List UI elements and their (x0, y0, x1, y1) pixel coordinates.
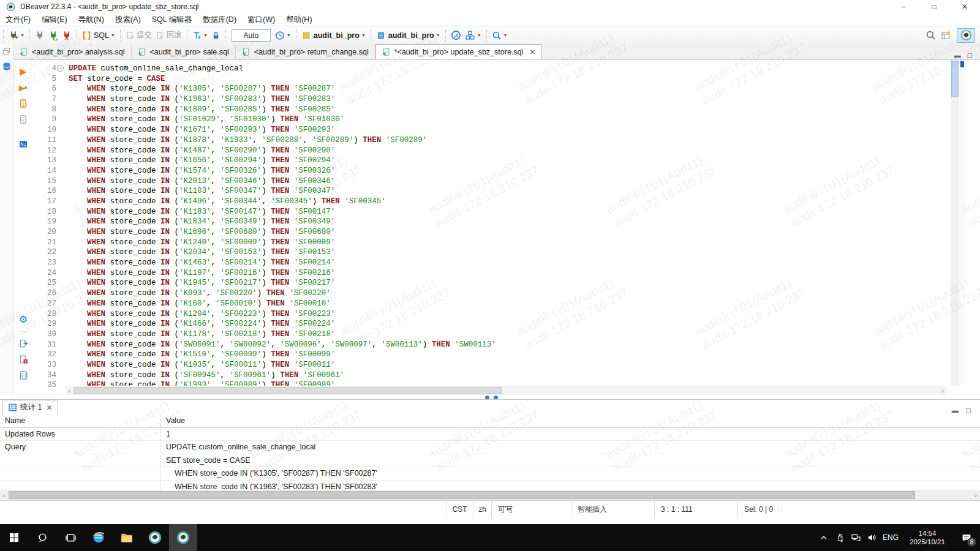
transaction-log-button[interactable]: ▼ (273, 28, 293, 43)
code-line[interactable]: WHEN store_code IN ('K1963', 'SF00283') … (69, 94, 951, 105)
dbeaver-active-icon[interactable] (169, 524, 197, 551)
menu-item-0[interactable]: 文件(F) (0, 13, 36, 26)
close-icon[interactable]: ✕ (529, 48, 535, 56)
menu-item-3[interactable]: 搜索(A) (110, 13, 146, 26)
code-line[interactable]: WHEN store_code IN ('K993', 'SF00220') T… (69, 288, 951, 299)
code-line[interactable]: WHEN store_code IN ('SF01029', 'SF01030'… (69, 114, 951, 125)
status-writable[interactable]: 可写 (491, 501, 571, 518)
code-line[interactable]: WHEN store_code IN ('SF00945', 'SF00961'… (69, 370, 951, 381)
sql-editor[interactable]: UPDATE custom_online_sale_change_localSE… (65, 60, 951, 387)
menu-item-7[interactable]: 帮助(H) (281, 13, 317, 26)
execute-new-tab-icon[interactable]: ▶+ (17, 81, 29, 94)
perspective-icon[interactable] (941, 30, 952, 40)
fold-collapse-icon[interactable]: − (57, 65, 64, 72)
task-view-icon[interactable] (56, 524, 85, 551)
code-line[interactable]: WHEN store_code IN ('K1197', 'SF00216') … (69, 268, 951, 279)
code-line[interactable]: WHEN store_code IN ('K1510', 'SF00099') … (69, 350, 951, 360)
rollback-button[interactable]: 回滚 (154, 28, 184, 43)
code-line[interactable]: WHEN store_code IN ('K1240', 'SF00009') … (69, 238, 951, 248)
code-line[interactable]: WHEN store_code IN ('K1656', 'SF00294') … (69, 156, 951, 166)
chevron-down-icon[interactable]: ▼ (361, 33, 366, 37)
code-line[interactable]: WHEN store_code IN ('K1103', 'SF00347') … (69, 186, 951, 197)
code-line[interactable]: WHEN store_code IN ('K160', 'SF00010') T… (69, 299, 951, 309)
usb-icon[interactable] (832, 524, 848, 551)
export-icon[interactable] (17, 337, 29, 350)
chevron-down-icon[interactable]: ▼ (287, 33, 291, 37)
code-line[interactable]: WHEN store_code IN ('K1305', 'SF00287') … (69, 84, 951, 94)
database-selector[interactable]: audit_bi_pro ▼ (300, 28, 368, 43)
menu-item-1[interactable]: 编辑(E) (36, 13, 73, 26)
code-line[interactable]: WHEN store_code IN ('K1204', 'SF00223') … (69, 309, 951, 320)
code-line[interactable]: WHEN store_code IN ('K2034', 'SF00153') … (69, 247, 951, 258)
restore-view-icon[interactable] (0, 44, 13, 56)
chevron-down-icon[interactable]: ▼ (477, 33, 481, 37)
code-line[interactable]: WHEN store_code IN ('K1487', 'SF00290') … (69, 146, 951, 156)
file-explorer-icon[interactable] (113, 524, 141, 551)
minimize-icon[interactable]: – (888, 0, 919, 13)
code-line[interactable]: WHEN store_code IN ('K1671', 'SF00293') … (69, 125, 951, 135)
code-line[interactable]: WHEN store_code IN ('K1574', 'SF00326') … (69, 166, 951, 176)
validate-error-icon[interactable] (17, 353, 29, 365)
sql-search-button[interactable]: ▼ (490, 28, 510, 43)
editor-vertical-scrollbar[interactable] (951, 60, 959, 386)
menu-item-5[interactable]: 数据库(D) (197, 13, 242, 26)
execute-script-icon[interactable] (17, 97, 29, 110)
avatar[interactable] (957, 28, 975, 43)
transaction-filter-button[interactable]: ▼ (190, 28, 209, 43)
chevron-down-icon[interactable]: ▼ (111, 33, 115, 37)
scroll-right-icon[interactable]: › (938, 387, 947, 394)
table-row[interactable]: SET store_code = CASE (0, 454, 980, 468)
table-row[interactable]: WHEN store_code IN ('K1963', 'SF00283') … (0, 481, 980, 491)
code-line[interactable]: WHEN store_code IN ('SW00091', 'SW00092'… (69, 340, 951, 350)
code-line[interactable]: WHEN store_code IN ('K1945', 'SF00217') … (69, 278, 951, 288)
panel-sash[interactable] (0, 395, 980, 399)
status-caret-position[interactable]: 3 : 1 : 111 (654, 501, 737, 518)
sql-editor-button[interactable]: SQL ▼ (80, 28, 117, 43)
scroll-left-icon[interactable]: ‹ (0, 492, 9, 499)
search-icon[interactable] (28, 524, 56, 551)
chevron-down-icon[interactable]: ▼ (20, 33, 24, 37)
packages-button[interactable]: ▼ (463, 28, 483, 43)
terminal-icon[interactable] (17, 138, 29, 150)
close-icon[interactable]: ✕ (46, 403, 52, 412)
menu-item-6[interactable]: 窗口(W) (242, 13, 281, 26)
panel-horizontal-scrollbar[interactable]: ‹ › (0, 490, 980, 500)
code-line[interactable]: WHEN store_code IN ('K1696', 'SF00680') … (69, 227, 951, 238)
execute-icon[interactable]: ▶ (17, 66, 29, 78)
close-icon[interactable]: ✕ (949, 0, 980, 13)
disconnect-button[interactable] (60, 28, 74, 43)
status-timezone[interactable]: CST (446, 501, 473, 518)
status-selection[interactable]: Sel: 0 | 0 (737, 501, 778, 518)
editor-tab-2[interactable]: <audit_bi_pro> return_change.sql (236, 44, 375, 59)
chevron-down-icon[interactable]: ▼ (503, 33, 508, 37)
editor-horizontal-scrollbar[interactable]: ‹ › (65, 386, 947, 395)
lock-icon[interactable] (209, 28, 222, 43)
editor-tab-1[interactable]: <audit_bi_pro> sale.sql (132, 44, 236, 59)
parameters-icon[interactable]: (·) (17, 369, 29, 381)
autocommit-select[interactable]: Auto (232, 29, 271, 42)
settings-icon[interactable]: ⚙ (17, 313, 29, 325)
status-insert-mode[interactable]: 智能插入 (571, 501, 654, 518)
code-line[interactable]: WHEN store_code IN ('K1496', 'SF00344', … (69, 197, 951, 207)
clock[interactable]: 14:54 2025/10/21 (902, 529, 953, 546)
tab-statistics[interactable]: 统计 1 ✕ (2, 400, 58, 414)
code-line[interactable]: WHEN store_code IN ('K1463', 'SF00214') … (69, 258, 951, 268)
code-line[interactable]: WHEN store_code IN ('K1935', 'SF00011') … (69, 360, 951, 370)
maximize-view-icon[interactable]: ◻ (967, 51, 973, 59)
database-navigator-icon[interactable] (0, 56, 13, 72)
editor-tab-3[interactable]: *<audit_bi_pro> update_sbz_store.sql✕ (375, 44, 543, 59)
dashboard-button[interactable] (449, 28, 463, 43)
volume-icon[interactable] (864, 524, 880, 551)
code-line[interactable]: WHEN store_code IN ('K1178', 'SF00218') … (69, 329, 951, 340)
editor-tab-0[interactable]: <audit_bi_pro> analysis.sql (13, 44, 132, 59)
table-row[interactable]: QueryUPDATE custom_online_sale_change_lo… (0, 441, 980, 454)
chevron-up-icon[interactable] (816, 524, 832, 551)
scroll-left-icon[interactable]: ‹ (65, 387, 74, 394)
minimize-view-icon[interactable]: ▬ (954, 51, 961, 59)
dbeaver-icon[interactable] (141, 524, 169, 551)
code-line[interactable]: SET store_code = CASE (69, 74, 951, 84)
scroll-right-icon[interactable]: › (971, 492, 980, 499)
connect-button[interactable] (33, 28, 47, 43)
minimize-panel-icon[interactable]: ▬ (952, 407, 959, 414)
code-line[interactable]: WHEN store_code IN ('K1878', 'K1933', 'S… (69, 135, 951, 146)
